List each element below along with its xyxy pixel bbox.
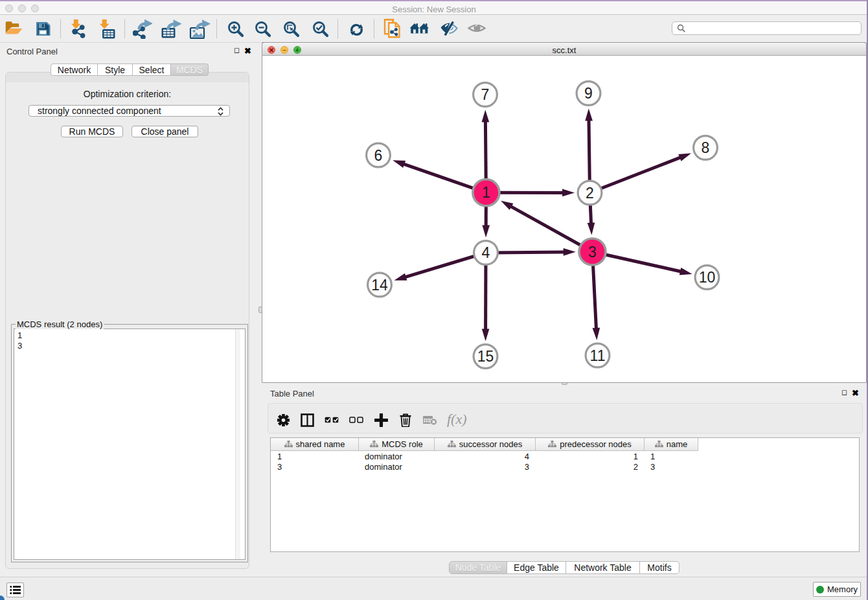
svg-text:2: 2 [586, 185, 594, 202]
svg-text:10: 10 [699, 269, 716, 286]
svg-text:9: 9 [584, 85, 593, 102]
svg-text:6: 6 [374, 147, 383, 164]
svg-text:4: 4 [482, 244, 490, 261]
svg-text:1: 1 [482, 184, 490, 201]
svg-text:15: 15 [477, 348, 494, 365]
svg-text:14: 14 [371, 277, 388, 294]
svg-text:8: 8 [702, 139, 710, 156]
svg-text:7: 7 [481, 86, 490, 103]
svg-text:3: 3 [588, 244, 597, 260]
svg-text:11: 11 [590, 347, 606, 364]
